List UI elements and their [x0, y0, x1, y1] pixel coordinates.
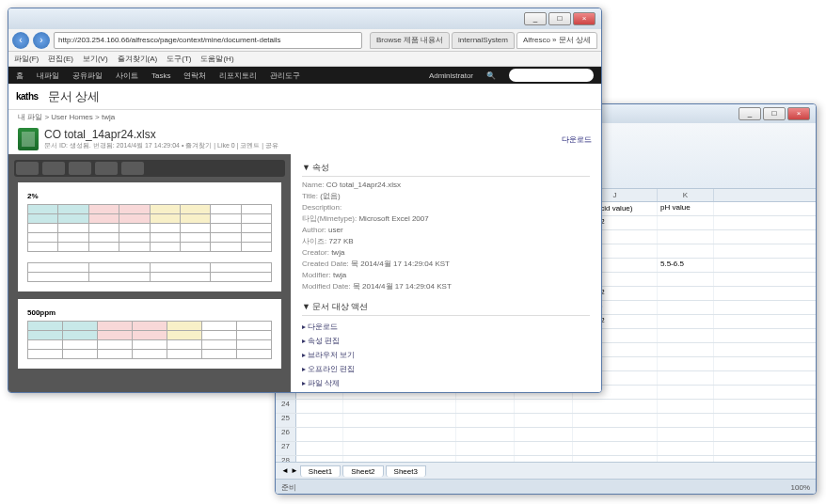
- cell[interactable]: [658, 371, 714, 385]
- nav-link[interactable]: 사이트: [116, 71, 138, 81]
- cell[interactable]: [515, 442, 573, 455]
- back-button[interactable]: ‹: [12, 32, 29, 49]
- preview-button[interactable]: [95, 162, 118, 175]
- row-header[interactable]: 24: [276, 400, 296, 413]
- cell[interactable]: [658, 329, 714, 342]
- menu-item[interactable]: 즐겨찾기(A): [118, 54, 158, 64]
- action-link[interactable]: ▸ Google Docs™ 에서 편집: [302, 390, 590, 393]
- menu-item[interactable]: 도움말(H): [200, 54, 233, 64]
- browser-maximize-button[interactable]: □: [548, 12, 571, 25]
- cell[interactable]: [296, 400, 343, 413]
- cell[interactable]: [456, 414, 515, 427]
- cell[interactable]: [658, 442, 714, 455]
- nav-link[interactable]: 내파일: [37, 71, 59, 81]
- browser-minimize-button[interactable]: _: [524, 12, 547, 25]
- cell[interactable]: [658, 456, 714, 462]
- search-input[interactable]: [509, 69, 594, 82]
- cell[interactable]: [343, 428, 456, 441]
- action-link[interactable]: ▸ 파일 삭제: [302, 376, 590, 390]
- action-link[interactable]: ▸ 다운로드: [302, 320, 590, 334]
- cell[interactable]: [456, 456, 515, 462]
- sheet-tab[interactable]: Sheet2: [342, 465, 383, 477]
- cell[interactable]: [658, 400, 714, 413]
- cell[interactable]: [343, 456, 456, 462]
- download-button[interactable]: 다운로드: [562, 134, 592, 145]
- browser-tab[interactable]: Alfresco » 문서 상세: [516, 32, 597, 49]
- nav-link[interactable]: 관리도구: [270, 71, 300, 81]
- cell[interactable]: pH value: [658, 202, 714, 215]
- cell[interactable]: [573, 414, 658, 427]
- excel-maximize-button[interactable]: □: [763, 107, 786, 120]
- sheet-tab[interactable]: Sheet1: [300, 465, 341, 477]
- menu-item[interactable]: 보기(V): [83, 54, 108, 64]
- preview-page[interactable]: 2%: [18, 182, 281, 291]
- cell[interactable]: [456, 400, 515, 413]
- row-header[interactable]: 25: [276, 414, 296, 427]
- nav-link[interactable]: 연락처: [183, 71, 206, 81]
- actions-heading[interactable]: ▼ 문서 대상 액션: [302, 301, 590, 316]
- cell[interactable]: [658, 287, 714, 300]
- browser-close-button[interactable]: ×: [573, 12, 596, 25]
- cell[interactable]: 5.5-6.5: [658, 259, 714, 272]
- preview-button[interactable]: [69, 162, 91, 175]
- nav-link[interactable]: 리포지토리: [219, 71, 257, 81]
- browser-titlebar[interactable]: _ □ ×: [8, 8, 601, 29]
- preview-page[interactable]: 500ppm: [18, 299, 281, 369]
- cell[interactable]: [456, 442, 515, 455]
- cell[interactable]: [658, 343, 714, 356]
- properties-heading[interactable]: ▼ 속성: [302, 162, 590, 177]
- cell[interactable]: [658, 273, 714, 286]
- preview-button[interactable]: [42, 162, 65, 175]
- nav-link[interactable]: 홈: [16, 71, 24, 81]
- cell[interactable]: [343, 414, 456, 427]
- cell[interactable]: [658, 357, 714, 370]
- cell[interactable]: [515, 400, 573, 413]
- admin-menu[interactable]: Administrator: [429, 71, 473, 80]
- cell[interactable]: [296, 442, 343, 455]
- cell[interactable]: [343, 400, 456, 413]
- cell[interactable]: [515, 456, 573, 462]
- cell[interactable]: [515, 414, 573, 427]
- cell[interactable]: [658, 315, 714, 328]
- menu-item[interactable]: 편집(E): [48, 54, 73, 64]
- cell[interactable]: [658, 216, 714, 229]
- sheet-nav-icon[interactable]: ►: [291, 466, 298, 475]
- breadcrumb[interactable]: 내 파일 > User Homes > twja: [8, 110, 601, 124]
- excel-close-button[interactable]: ×: [787, 107, 810, 120]
- zoom-level[interactable]: 100%: [791, 483, 810, 492]
- row-header[interactable]: 28: [276, 456, 296, 462]
- cell[interactable]: [573, 456, 658, 462]
- action-link[interactable]: ▸ 브라우저 보기: [302, 348, 590, 362]
- cell[interactable]: [343, 442, 456, 455]
- cell[interactable]: [573, 400, 658, 413]
- sheet-tab[interactable]: Sheet3: [386, 465, 426, 477]
- col-header[interactable]: K: [658, 189, 714, 201]
- preview-button[interactable]: [121, 162, 144, 175]
- sheet-nav-icon[interactable]: ◄: [281, 466, 289, 475]
- cell[interactable]: [658, 414, 714, 427]
- cell[interactable]: [658, 301, 714, 314]
- cell[interactable]: [573, 428, 658, 441]
- cell[interactable]: [296, 414, 343, 427]
- cell[interactable]: [515, 428, 573, 441]
- browser-tab[interactable]: Browse 제품 내용서: [370, 32, 450, 49]
- cell[interactable]: [658, 386, 714, 399]
- cell[interactable]: [573, 442, 658, 455]
- browser-tab[interactable]: internalSystem: [452, 32, 515, 49]
- row-header[interactable]: 27: [276, 442, 296, 455]
- cell[interactable]: [456, 428, 515, 441]
- cell[interactable]: [658, 230, 714, 244]
- address-bar[interactable]: http://203.254.160.66/alfresco/page/cont…: [54, 32, 362, 49]
- cell[interactable]: [296, 456, 343, 462]
- menu-item[interactable]: 파일(F): [14, 54, 39, 64]
- excel-minimize-button[interactable]: _: [739, 107, 761, 120]
- preview-button[interactable]: [16, 162, 39, 175]
- forward-button[interactable]: ›: [33, 32, 50, 49]
- nav-link[interactable]: 공유파일: [72, 71, 103, 81]
- action-link[interactable]: ▸ 오프라인 편집: [302, 362, 590, 376]
- menu-item[interactable]: 도구(T): [167, 54, 191, 64]
- search-icon[interactable]: 🔍: [486, 71, 496, 80]
- cell[interactable]: [296, 428, 343, 441]
- cell[interactable]: [658, 244, 714, 258]
- action-link[interactable]: ▸ 속성 편집: [302, 334, 590, 348]
